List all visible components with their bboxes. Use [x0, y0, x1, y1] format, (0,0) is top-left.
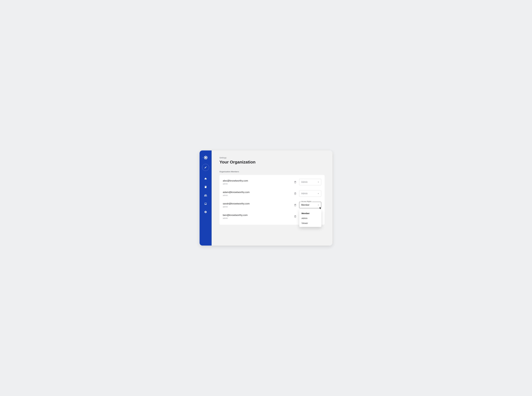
- role-select[interactable]: Admin: [299, 179, 321, 185]
- members-list: alex@knowtworthy.com admin Admin adam@kn…: [219, 175, 325, 225]
- cursor-icon: [319, 207, 322, 210]
- member-row: alex@knowtworthy.com admin Admin: [223, 176, 321, 188]
- svg-rect-9: [205, 186, 205, 187]
- chevron-down-icon: [317, 181, 319, 183]
- page-title: Your Organization: [219, 160, 325, 164]
- sidebar-nav: [204, 177, 207, 213]
- app-window: ›: [199, 151, 333, 245]
- member-row: sarah@knowtworthy.com admin Access Right…: [223, 199, 321, 211]
- svg-point-2: [205, 156, 206, 156]
- inbox-icon: [204, 203, 207, 205]
- sidebar-item-home[interactable]: [204, 177, 207, 180]
- member-subrole: admin: [223, 217, 291, 219]
- svg-point-1: [205, 157, 207, 158]
- sidebar-item-notes[interactable]: [204, 186, 207, 188]
- people-icon: [204, 194, 207, 197]
- chevron-down-icon: [317, 193, 319, 194]
- role-select[interactable]: Access Rights Member Member Admin Viewer: [299, 202, 321, 208]
- role-select-value: Admin: [301, 181, 317, 183]
- member-subrole: admin: [223, 183, 291, 185]
- svg-point-8: [204, 156, 205, 157]
- member-subrole: admin: [223, 194, 291, 196]
- member-email: ben@knowtworthy.com: [223, 214, 291, 217]
- trash-icon: [294, 215, 297, 218]
- delete-member-button[interactable]: [293, 215, 297, 218]
- member-email: alex@knowtworthy.com: [223, 179, 291, 182]
- dropdown-option[interactable]: Member: [299, 211, 321, 216]
- trash-icon: [294, 192, 297, 195]
- trash-icon: [294, 181, 297, 183]
- sidebar-item-inbox[interactable]: [204, 203, 207, 205]
- logo-icon: [204, 156, 208, 160]
- sidebar: ›: [199, 151, 212, 245]
- role-dropdown: Member Admin Viewer: [299, 210, 321, 227]
- compose-button[interactable]: [202, 164, 209, 171]
- role-select-value: Admin: [301, 192, 317, 195]
- svg-point-4: [207, 157, 208, 158]
- gear-icon: [204, 210, 207, 213]
- section-label: Organization Members: [219, 171, 325, 173]
- member-subrole: admin: [223, 206, 291, 208]
- dropdown-option[interactable]: Viewer: [299, 221, 321, 226]
- delete-member-button[interactable]: [293, 203, 297, 207]
- sidebar-logo[interactable]: ›: [203, 156, 208, 160]
- sidebar-item-settings[interactable]: [204, 210, 207, 213]
- svg-point-3: [207, 156, 207, 157]
- member-email: sarah@knowtworthy.com: [223, 202, 291, 205]
- select-floating-label: Access Rights: [301, 201, 312, 202]
- sidebar-item-people[interactable]: [204, 194, 207, 197]
- member-row: adam@knowtworthy.com admin Admin: [223, 188, 321, 199]
- expand-caret-icon: ›: [203, 157, 203, 159]
- member-email: adam@knowtworthy.com: [223, 191, 291, 194]
- dropdown-option[interactable]: Admin: [299, 216, 321, 221]
- pencil-icon: [204, 166, 207, 169]
- svg-point-5: [206, 159, 207, 159]
- delete-member-button[interactable]: [293, 192, 297, 196]
- breadcrumb: Settings: [219, 157, 325, 159]
- role-select[interactable]: Admin: [299, 190, 321, 197]
- trash-icon: [294, 204, 297, 206]
- chevron-up-icon: [317, 204, 319, 206]
- svg-point-6: [205, 159, 205, 159]
- book-icon: [204, 186, 207, 188]
- delete-member-button[interactable]: [293, 180, 297, 184]
- home-icon: [204, 177, 207, 180]
- role-select-value: Member: [301, 204, 317, 206]
- main-content: Settings Your Organization Organization …: [212, 151, 333, 245]
- svg-point-7: [204, 157, 205, 158]
